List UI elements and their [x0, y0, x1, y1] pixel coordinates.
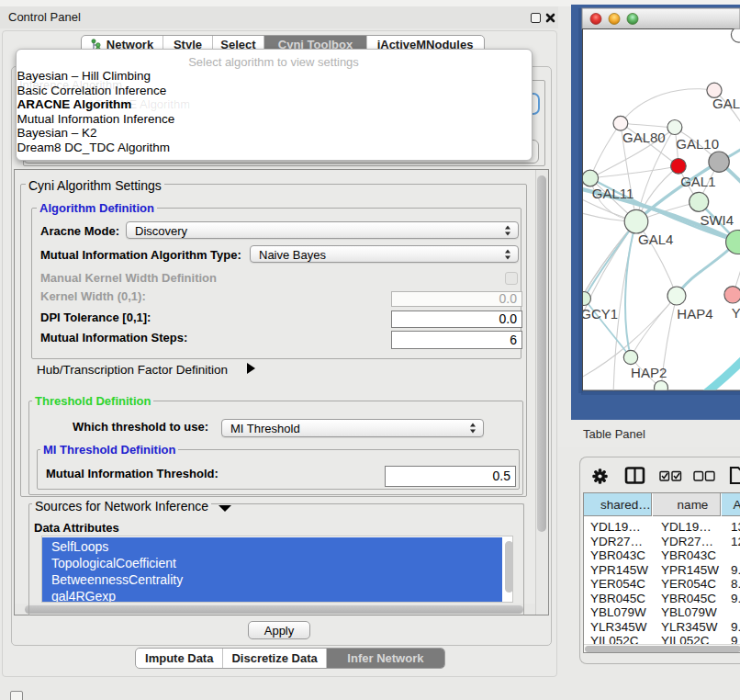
svg-text:YJ: YJ	[732, 305, 740, 321]
svg-text:GAL11: GAL11	[592, 186, 634, 201]
svg-text:SWI4: SWI4	[700, 212, 734, 228]
svg-text:HAP4: HAP4	[677, 306, 712, 322]
svg-text:GCY1: GCY1	[580, 306, 618, 322]
svg-text:GAL80: GAL80	[622, 130, 666, 145]
svg-text:HAP2: HAP2	[631, 365, 667, 380]
svg-text:GAL10: GAL10	[676, 136, 719, 152]
svg-text:GAL4: GAL4	[638, 231, 673, 247]
svg-text:GAL1: GAL1	[680, 174, 715, 189]
svg-text:GAL7: GAL7	[712, 96, 740, 111]
